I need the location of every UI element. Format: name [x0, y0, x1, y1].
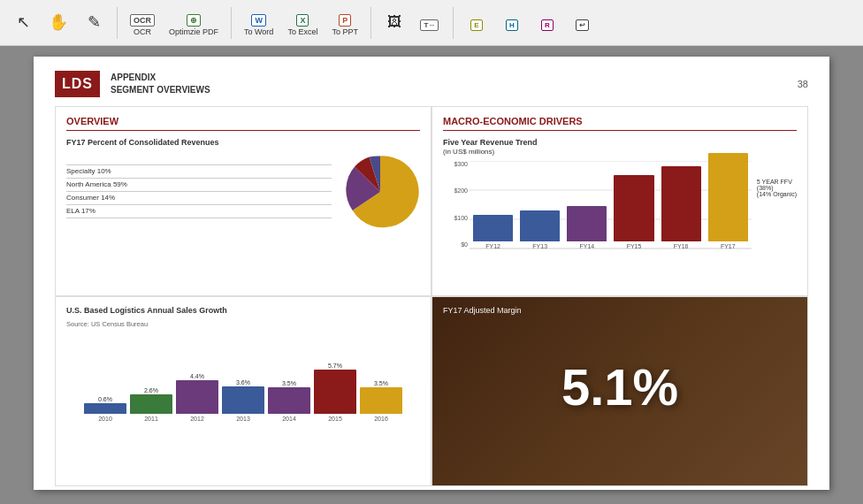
macro-legend-right: 5 YEAR FFV (38%) (14% Organic): [757, 161, 797, 267]
text-tool-button[interactable]: T↔: [414, 11, 446, 35]
ocr-button[interactable]: OCR OCR: [125, 6, 160, 40]
label-2014: 2014: [282, 416, 296, 422]
label-2015: 2015: [328, 416, 342, 422]
content-grid: OVERVIEW FY17 Percent of Consolidated Re…: [55, 106, 808, 486]
overview-title: OVERVIEW: [66, 116, 420, 131]
tool-p-button[interactable]: ↩: [567, 11, 599, 35]
header-text: APPENDIX SEGMENT OVERVIEWS: [111, 72, 210, 96]
ppt-icon: P: [339, 14, 351, 27]
header-line1: APPENDIX: [111, 72, 210, 84]
macro-bar-chart-area: $300 $200 $100 $0: [443, 161, 752, 267]
h-icon: H: [506, 19, 518, 31]
ocr-label: OCR: [134, 27, 151, 36]
bar-fy16-label: FY16: [674, 243, 689, 249]
legend-divider-3: [66, 191, 332, 192]
select-tool-button[interactable]: ↖: [7, 11, 39, 35]
optimize-icon: ⊕: [187, 14, 201, 27]
legend-item-na: North America 59%: [66, 180, 332, 188]
image-tool-button[interactable]: 🖼: [378, 11, 410, 34]
bar-fy17: FY17: [708, 153, 748, 249]
bar-fy14-label: FY14: [579, 243, 594, 249]
label-2010: 2010: [98, 416, 112, 422]
legend-divider-1: [66, 164, 332, 165]
sales-bars: 0.6% 2010 2.6% 2011 4.4% 2012: [66, 342, 420, 422]
bar-fy13-label: FY13: [532, 243, 547, 249]
bar-fy15: FY15: [614, 175, 653, 249]
specialty-label: Specialty 10%: [66, 167, 111, 175]
tool-e-button[interactable]: E: [461, 11, 493, 35]
separator-3: [370, 7, 371, 39]
y-300: $300: [443, 161, 468, 167]
macro-bars: FY12 FY13 FY14: [470, 161, 752, 249]
legend-item-consumer: Consumer 14%: [66, 194, 332, 202]
page-number: 38: [798, 79, 808, 89]
optimize-pdf-button[interactable]: ⊕ Optimzie PDF: [164, 6, 224, 40]
margin-content: FY17 Adjusted Margin 5.1%: [443, 306, 797, 477]
overview-chart-title: FY17 Percent of Consolidated Revenues: [66, 138, 420, 147]
pie-chart: [340, 152, 420, 232]
toolbar: ↖ ✋ ✎ OCR OCR ⊕ Optimzie PDF W To Word X…: [0, 0, 863, 46]
logo-block: LDS APPENDIX SEGMENT OVERVIEWS: [55, 71, 210, 97]
bar-fy17-label: FY17: [721, 243, 736, 249]
word-icon: W: [251, 14, 266, 27]
ffv-pct: (38%): [757, 185, 797, 191]
r-icon: R: [541, 19, 554, 31]
sales-bar-2014: 3.5% 2014: [268, 380, 310, 422]
label-2011: 2011: [144, 416, 158, 422]
separator-4: [453, 7, 454, 39]
margin-title: FY17 Adjusted Margin: [443, 306, 797, 315]
legend-item-ela: ELA 17%: [66, 207, 332, 215]
macro-bar-chart-container: $300 $200 $100 $0: [443, 161, 797, 267]
logo: LDS: [55, 71, 100, 97]
sales-chart-title: U.S. Based Logistics Annual Sales Growth: [66, 306, 420, 315]
y-axis: $300 $200 $100 $0: [443, 161, 468, 249]
legend-divider-2: [66, 178, 332, 179]
margin-section: FY17 Adjusted Margin 5.1%: [432, 296, 808, 486]
bar-fy12: FY12: [473, 215, 513, 249]
pdf-page: LDS APPENDIX SEGMENT OVERVIEWS 38 OVERVI…: [34, 57, 829, 490]
sales-bar-2013: 3.6% 2013: [222, 379, 264, 422]
val-2011: 2.6%: [144, 387, 158, 393]
val-2012: 4.4%: [190, 373, 204, 379]
bar-fy14: FY14: [567, 206, 607, 249]
sales-bar-2016: 3.5% 2016: [360, 380, 402, 422]
sales-bar-2012: 4.4% 2012: [176, 373, 218, 422]
legend-divider-5: [66, 218, 332, 218]
bar-fy12-label: FY12: [485, 243, 500, 249]
macro-bar-chart: $300 $200 $100 $0: [443, 161, 752, 267]
sales-section: U.S. Based Logistics Annual Sales Growth…: [55, 296, 432, 486]
ela-label: ELA 17%: [66, 207, 95, 215]
pie-legend: Specialty 10% North America 59% Consumer…: [66, 164, 332, 220]
text-icon: T↔: [420, 19, 439, 31]
edit-icon: ✎: [88, 14, 101, 30]
sales-bar-2010: 0.6% 2010: [84, 396, 126, 422]
tool-r-button[interactable]: R: [531, 11, 563, 35]
legend-item-specialty: Specialty 10%: [66, 167, 332, 175]
val-2013: 3.6%: [236, 379, 250, 386]
edit-tool-button[interactable]: ✎: [78, 11, 110, 35]
y-100: $100: [443, 215, 468, 221]
to-word-button[interactable]: W To Word: [239, 6, 279, 40]
y-0: $0: [443, 241, 468, 248]
val-2014: 3.5%: [282, 380, 296, 386]
na-label: North America 59%: [66, 180, 127, 188]
to-excel-button[interactable]: X To Excel: [282, 6, 323, 40]
sales-subtitle: Source: US Census Bureau: [66, 320, 420, 328]
e-icon: E: [470, 19, 482, 31]
ffv-label: 5 YEAR FFV: [757, 179, 797, 185]
separator-2: [231, 7, 232, 39]
to-ppt-button[interactable]: P To PPT: [326, 6, 363, 40]
tool-h-button[interactable]: H: [496, 11, 528, 35]
page-header: LDS APPENDIX SEGMENT OVERVIEWS 38: [55, 71, 808, 97]
image-icon: 🖼: [387, 15, 401, 29]
label-2013: 2013: [236, 416, 250, 422]
ocr-icon: OCR: [130, 14, 155, 27]
sales-bar-chart: 0.6% 2010 2.6% 2011 4.4% 2012: [66, 333, 420, 439]
macro-chart-subtitle: (in US$ millions): [443, 148, 494, 156]
optimize-pdf-label: Optimzie PDF: [169, 27, 218, 36]
main-content: LDS APPENDIX SEGMENT OVERVIEWS 38 OVERVI…: [0, 46, 863, 504]
select-icon: ↖: [17, 14, 30, 30]
hand-tool-button[interactable]: ✋: [42, 11, 74, 35]
bar-fy15-label: FY15: [627, 243, 642, 249]
ffv-organic: (14% Organic): [757, 191, 797, 197]
